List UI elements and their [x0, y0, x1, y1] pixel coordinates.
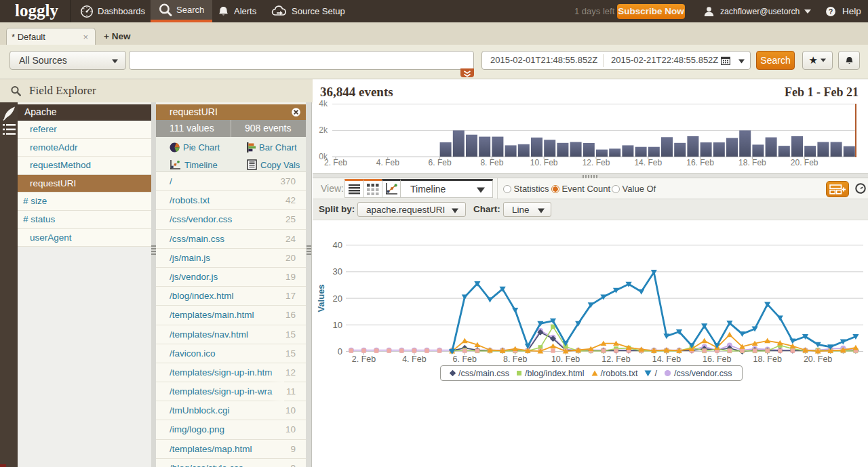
svg-text:14. Feb: 14. Feb	[634, 158, 662, 167]
svg-text:20: 20	[333, 293, 342, 304]
svg-text:30: 30	[333, 266, 342, 277]
svg-text:4. Feb: 4. Feb	[402, 354, 426, 364]
svg-text:8. Feb: 8. Feb	[503, 354, 527, 364]
svg-text:2k: 2k	[319, 125, 328, 135]
svg-text:2. Feb: 2. Feb	[352, 354, 376, 364]
svg-text:Values: Values	[316, 284, 326, 312]
svg-text:4k: 4k	[319, 100, 328, 108]
svg-text:18. Feb: 18. Feb	[738, 158, 766, 167]
svg-text:20. Feb: 20. Feb	[791, 158, 818, 167]
svg-text:10. Feb: 10. Feb	[551, 354, 580, 364]
svg-text:40: 40	[333, 240, 342, 250]
svg-text:12. Feb: 12. Feb	[601, 354, 630, 364]
svg-text:18. Feb: 18. Feb	[753, 354, 782, 364]
svg-text:8. Feb: 8. Feb	[480, 158, 503, 167]
svg-text:6. Feb: 6. Feb	[453, 354, 477, 364]
svg-text:6. Feb: 6. Feb	[429, 158, 452, 167]
svg-text:20. Feb: 20. Feb	[804, 354, 832, 364]
svg-text:10. Feb: 10. Feb	[530, 158, 558, 167]
svg-text:4. Feb: 4. Feb	[376, 158, 399, 167]
svg-text:?: ?	[829, 7, 833, 15]
svg-text:10: 10	[333, 320, 342, 330]
svg-text:0: 0	[338, 346, 342, 357]
svg-text:14. Feb: 14. Feb	[652, 354, 681, 364]
svg-text:12. Feb: 12. Feb	[583, 158, 610, 167]
svg-text:16. Feb: 16. Feb	[686, 158, 714, 167]
svg-text:16. Feb: 16. Feb	[703, 354, 731, 364]
svg-text:2. Feb: 2. Feb	[324, 158, 347, 167]
